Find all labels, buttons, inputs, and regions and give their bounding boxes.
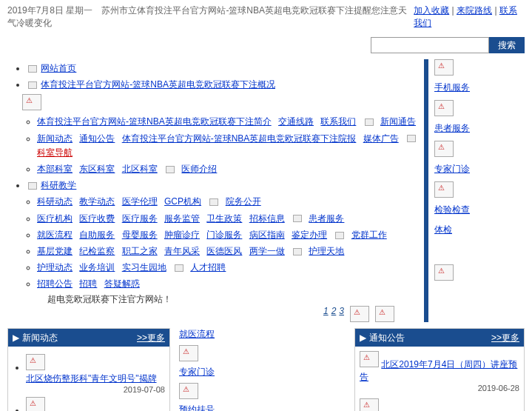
link[interactable]: GCP机构	[164, 196, 201, 207]
link[interactable]: 就医流程	[37, 230, 73, 240]
broken-image	[375, 306, 394, 322]
link[interactable]: 新闻通告	[380, 116, 416, 127]
link[interactable]: 实习生园地	[122, 262, 166, 273]
link[interactable]: 体育投注平台官方网站-篮球NBA英超电竞欧冠联赛下注院报	[122, 133, 357, 144]
link[interactable]: 招聘公告	[37, 278, 73, 289]
mid-link[interactable]: 预约挂号	[179, 404, 238, 411]
mid-link[interactable]: 就医流程	[179, 328, 238, 341]
link[interactable]: 鉴定办理	[292, 230, 327, 240]
search-row: 搜索	[0, 34, 532, 59]
page-2[interactable]: 2	[331, 306, 337, 316]
favorite-link[interactable]: 加入收藏	[414, 5, 449, 16]
link[interactable]: 纪检监察	[79, 246, 115, 256]
broken-image	[350, 306, 369, 322]
news-date: 2019-07-08	[26, 385, 165, 394]
search-button[interactable]: 搜索	[489, 37, 525, 53]
top-links: 加入收藏 | 来院路线 | 联系我们	[414, 4, 525, 30]
link[interactable]: 科室导航	[37, 147, 73, 158]
broken-image	[434, 100, 454, 116]
side-link[interactable]: 体检	[434, 224, 525, 236]
link[interactable]: 医疗服务	[122, 213, 158, 224]
news-item[interactable]: 北区烧伤整形科"青年文明号"揭牌	[26, 373, 157, 384]
link[interactable]: 职工之家	[122, 246, 158, 256]
link[interactable]: 两学一做	[249, 246, 285, 256]
broken-icon	[293, 248, 302, 255]
link[interactable]: 肿瘤诊疗	[164, 230, 200, 240]
link[interactable]: 医疗收费	[79, 213, 115, 224]
triangle-icon: ▶	[360, 333, 366, 343]
notice-date: 2019-06-28	[360, 384, 519, 392]
more-link[interactable]: >>更多	[137, 332, 165, 344]
news-subrow: 新闻动态 通知公告 体育投注平台官方网站-篮球NBA英超电竞欧冠联赛下注院报 媒…	[37, 132, 424, 160]
top-bar: 2019年7月8日 星期一 苏州市立体育投注平台官方网站-篮球NBA英超电竞欧冠…	[0, 0, 532, 34]
broken-icon	[335, 232, 344, 239]
search-input[interactable]	[371, 37, 489, 53]
nav-home[interactable]: 网站首页	[41, 63, 76, 73]
mid-link[interactable]: 专家门诊	[179, 366, 238, 378]
main-area: 网站首页 体育投注平台官方网站-篮球NBA英超电竞欧冠联赛下注概况 体育投注平台…	[0, 59, 532, 322]
side-link[interactable]: 患者服务	[434, 122, 525, 135]
broken-icon	[175, 264, 183, 272]
route-link[interactable]: 来院路线	[457, 5, 492, 16]
link[interactable]: 基层党建	[37, 246, 73, 256]
link[interactable]: 门诊服务	[206, 230, 242, 240]
link[interactable]: 本部科室	[37, 164, 73, 174]
side-link[interactable]: 检验检查	[434, 204, 525, 216]
dept-subrow: 本部科室 东区科室 北区科室 医师介绍	[37, 162, 424, 176]
triangle-icon: ▶	[13, 333, 19, 343]
panel-mid-links: 就医流程 专家门诊 预约挂号	[179, 328, 238, 411]
nav-edu[interactable]: 科研教学	[41, 180, 76, 190]
broken-image	[360, 351, 379, 367]
broken-image	[434, 264, 454, 281]
page-1[interactable]: 1	[323, 306, 329, 316]
broken-image	[434, 59, 454, 76]
link[interactable]: 医德医风	[206, 246, 242, 256]
broken-icon	[293, 215, 302, 222]
link[interactable]: 母婴服务	[122, 230, 158, 240]
link[interactable]: 病区指南	[249, 230, 285, 240]
link[interactable]: 卫生政策	[206, 213, 242, 224]
panel-notice: ▶通知公告 >>更多 北区2019年7月4日（周四）讲座预告 2019-06-2…	[354, 328, 525, 411]
link[interactable]: 护理天地	[309, 246, 344, 256]
broken-image	[22, 94, 41, 110]
lower-panels: ▶新闻动态 >>更多 北区烧伤整形科"青年文明号"揭牌 2019-07-08 市…	[0, 322, 532, 411]
nav-about[interactable]: 体育投注平台官方网站-篮球NBA英超电竞欧冠联赛下注概况	[41, 79, 275, 90]
link[interactable]: 媒体广告	[363, 133, 399, 144]
link[interactable]: 体育投注平台官方网站-篮球NBA英超电竞欧冠联赛下注简介	[37, 116, 272, 127]
link[interactable]: 人才招聘	[190, 262, 226, 273]
side-link[interactable]: 专家门诊	[434, 163, 525, 176]
link[interactable]: 医师介绍	[181, 164, 217, 174]
link[interactable]: 护理动态	[37, 262, 73, 273]
broken-icon	[365, 118, 374, 126]
link[interactable]: 科研动态	[37, 196, 73, 207]
panel-title: 通知公告	[369, 333, 405, 343]
link[interactable]: 通知公告	[79, 133, 115, 144]
link[interactable]: 业务培训	[79, 262, 115, 273]
date-tip: 2019年7月8日 星期一 苏州市立体育投注平台官方网站-篮球NBA英超电竞欧冠…	[7, 4, 414, 30]
broken-icon	[28, 65, 37, 73]
link[interactable]: 服务监管	[164, 213, 200, 224]
link[interactable]: 医疗机构	[37, 213, 73, 224]
side-link[interactable]: 手机服务	[434, 81, 525, 94]
pager: 1 2 3	[323, 306, 344, 316]
link[interactable]: 院务公开	[226, 196, 261, 207]
link[interactable]: 患者服务	[309, 213, 344, 224]
link[interactable]: 医学伦理	[122, 196, 158, 207]
link[interactable]: 新闻动态	[37, 133, 73, 144]
link[interactable]: 交通线路	[278, 116, 314, 127]
link[interactable]: 东区科室	[79, 164, 115, 174]
broken-image	[26, 397, 45, 411]
link[interactable]: 北区科室	[122, 164, 158, 174]
notice-item[interactable]: 北区2019年7月4日（周四）讲座预告	[360, 359, 517, 382]
link[interactable]: 联系我们	[320, 116, 356, 127]
link[interactable]: 答疑解惑	[104, 278, 140, 289]
link[interactable]: 党群工作	[351, 230, 387, 240]
more-link[interactable]: >>更多	[491, 332, 519, 344]
link[interactable]: 教学动态	[79, 196, 115, 207]
broken-image	[179, 383, 198, 399]
page-3[interactable]: 3	[339, 306, 344, 316]
link[interactable]: 招聘	[79, 278, 97, 289]
link[interactable]: 招标信息	[249, 213, 285, 224]
link[interactable]: 自助服务	[79, 230, 115, 240]
link[interactable]: 青年风采	[164, 246, 200, 256]
